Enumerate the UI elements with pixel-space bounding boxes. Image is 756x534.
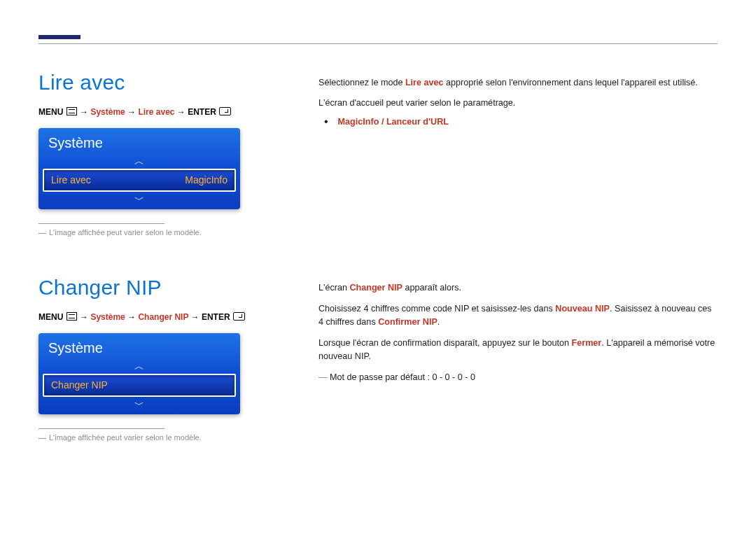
bullet-text: MagicInfo / Lanceur d'URL <box>338 117 449 127</box>
bullet-dot-icon: • <box>324 117 328 127</box>
arrow-icon: → <box>80 107 90 117</box>
body-text: L'écran <box>318 283 349 293</box>
section-title-changer-nip: Changer NIP <box>38 276 276 300</box>
menu-step-systeme: Système <box>90 107 125 117</box>
chevron-down-icon[interactable]: ﹀ <box>38 399 240 410</box>
highlight-text: Nouveau NIP <box>555 304 610 314</box>
body-text: Lorsque l'écran de confirmation disparaî… <box>318 338 572 348</box>
arrow-icon: → <box>127 312 138 322</box>
osd-row-label: Lire avec <box>51 174 91 185</box>
menu-step-systeme: Système <box>90 312 125 322</box>
section-changer-nip: Changer NIP MENU → Système → Changer NIP… <box>38 276 718 442</box>
osd-panel-lire-avec: Système ︿ Lire avec MagicInfo ﹀ <box>38 128 240 209</box>
chevron-up-icon[interactable]: ︿ <box>38 360 240 372</box>
osd-panel-changer-nip: Système ︿ Changer NIP ﹀ <box>38 333 240 414</box>
arrow-icon: → <box>127 107 138 117</box>
bullet-item: • MagicInfo / Lanceur d'URL <box>318 117 718 127</box>
highlight-text: Fermer <box>572 338 602 348</box>
menu-label: MENU <box>38 107 63 117</box>
arrow-icon: → <box>80 312 90 322</box>
footnote-divider <box>38 428 164 429</box>
body-text: apparaît alors. <box>402 283 461 293</box>
osd-header: Système <box>38 333 240 360</box>
chevron-up-icon[interactable]: ︿ <box>38 155 240 167</box>
osd-row-changer-nip[interactable]: Changer NIP <box>43 374 236 397</box>
footnote-text: L'image affichée peut varier selon le mo… <box>49 433 202 442</box>
osd-row-lire-avec[interactable]: Lire avec MagicInfo <box>43 169 236 192</box>
note-text: Mot de passe par défaut : 0 - 0 - 0 - 0 <box>330 372 475 382</box>
osd-header: Système <box>38 128 240 155</box>
top-horizontal-rule <box>38 43 718 44</box>
hamburger-menu-icon <box>66 312 77 321</box>
body-text: . <box>438 317 440 327</box>
body-text: approprié selon l'environnement dans leq… <box>444 78 698 87</box>
body-text-changer-nip: L'écran Changer NIP apparaît alors. Choi… <box>318 276 718 442</box>
menu-label: MENU <box>38 312 63 322</box>
highlight-text: Confirmer NIP <box>378 317 438 327</box>
osd-row-label: Changer NIP <box>51 379 108 391</box>
enter-label: ENTER <box>188 107 216 117</box>
footnote-changer-nip: ―L'image affichée peut varier selon le m… <box>38 433 276 442</box>
menu-step-changer-nip: Changer NIP <box>138 312 188 322</box>
hamburger-menu-icon <box>66 107 77 115</box>
chevron-down-icon[interactable]: ﹀ <box>38 194 240 205</box>
menu-path-lire-avec: MENU → Système → Lire avec → ENTER <box>38 107 276 117</box>
footnote-lire-avec: ―L'image affichée peut varier selon le m… <box>38 228 276 237</box>
footnote-text: L'image affichée peut varier selon le mo… <box>49 228 202 237</box>
body-text-lire-avec: Sélectionnez le mode Lire avec approprié… <box>318 71 718 237</box>
top-accent-bar <box>38 35 80 39</box>
footnote-divider <box>38 223 164 224</box>
highlight-text: Changer NIP <box>349 283 402 293</box>
section-title-lire-avec: Lire avec <box>38 71 276 94</box>
body-text: Sélectionnez le mode <box>318 78 405 87</box>
arrow-icon: → <box>177 107 188 117</box>
enter-label: ENTER <box>202 312 230 322</box>
osd-row-value: MagicInfo <box>185 174 227 185</box>
highlight-text: Lire avec <box>405 78 444 87</box>
enter-key-icon <box>233 312 245 321</box>
enter-key-icon <box>219 107 231 115</box>
menu-path-changer-nip: MENU → Système → Changer NIP → ENTER <box>38 312 276 322</box>
section-lire-avec: Lire avec MENU → Système → Lire avec → E… <box>38 71 718 237</box>
arrow-icon: → <box>191 312 202 322</box>
body-text: Choisissez 4 chiffres comme code NIP et … <box>318 304 555 314</box>
menu-step-lire-avec: Lire avec <box>138 107 174 117</box>
default-password-note: ― Mot de passe par défaut : 0 - 0 - 0 - … <box>318 371 718 385</box>
body-text: L'écran d'accueil peut varier selon le p… <box>318 97 718 110</box>
